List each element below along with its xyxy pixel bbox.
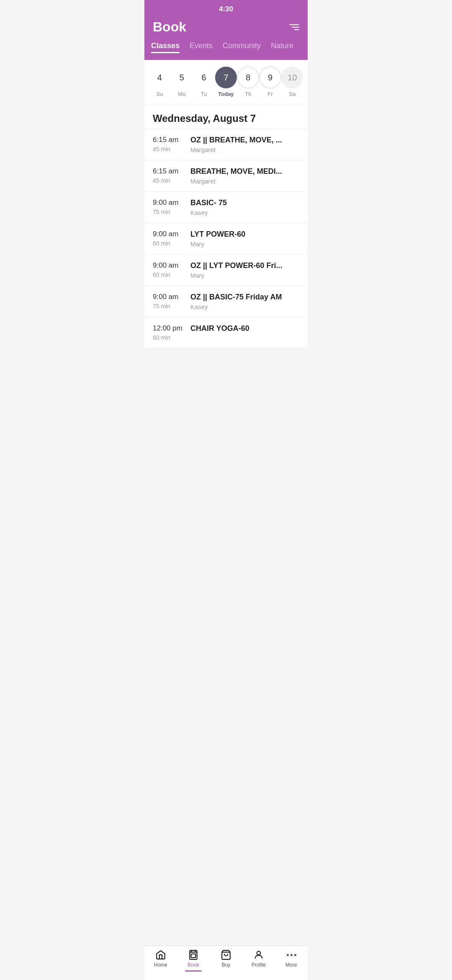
date-label-10: Sa [289,91,296,97]
class-time: 9:00 am 60 min [153,261,190,278]
active-indicator [185,970,202,972]
header: Book [144,16,308,41]
date-label-7: Today [218,91,234,97]
page-title: Book [153,19,186,35]
class-time: 9:00 am 60 min [153,230,190,247]
date-label-6: Tu [201,91,207,97]
nav-home[interactable]: Home [148,949,173,972]
nav-profile[interactable]: Profile [246,949,271,972]
table-row[interactable]: 9:00 am 60 min OZ || LYT POWER-60 Fri...… [144,254,308,286]
nav-book[interactable]: Book [181,949,206,972]
bottom-nav: Home Book Buy Profile More [144,946,308,980]
nav-buy-label: Buy [222,962,231,968]
tab-classes[interactable]: Classes [151,41,180,53]
status-bar: 4:30 [144,0,308,16]
filter-button[interactable] [289,24,299,30]
date-item-8[interactable]: 8 Th [237,67,259,97]
status-time: 4:30 [219,5,233,13]
book-icon [188,949,199,960]
class-info: OZ || BREATHE, MOVE, ... Margaret [190,136,299,153]
content-area: Wednesday, August 7 6:15 am 45 min OZ ||… [144,104,308,381]
buy-icon [221,949,231,960]
table-row[interactable]: 6:15 am 45 min OZ || BREATHE, MOVE, ... … [144,129,308,160]
date-label-4: Su [156,91,163,97]
class-info: BASIC- 75 Kasey [190,199,299,216]
class-info: OZ || LYT POWER-60 Fri... Mary [190,261,299,279]
date-selector: 4 Su 5 Mo 6 Tu 7 Today 8 Th 9 Fr 10 Sa [144,60,308,104]
date-item-4[interactable]: 4 Su [149,67,170,97]
date-label-9: Fr [268,91,273,97]
date-label-8: Th [245,91,251,97]
date-item-5[interactable]: 5 Mo [171,67,193,97]
class-time: 6:15 am 45 min [153,167,190,184]
date-label-5: Mo [178,91,185,97]
date-circle-7: 7 [215,67,237,88]
date-circle-8: 8 [237,67,259,88]
class-time: 12:00 pm 60 min [153,324,190,341]
date-item-9[interactable]: 9 Fr [259,67,281,97]
date-item-10[interactable]: 10 Sa [281,67,303,97]
tab-events[interactable]: Events [190,41,213,53]
table-row[interactable]: 9:00 am 60 min LYT POWER-60 Mary [144,223,308,254]
nav-more[interactable]: More [279,949,304,972]
table-row[interactable]: 6:15 am 45 min BREATHE, MOVE, MEDI... Ma… [144,160,308,191]
nav-profile-label: Profile [252,962,266,968]
nav-home-label: Home [154,962,167,968]
date-circle-9: 9 [259,67,281,88]
date-circle-5: 5 [171,67,193,88]
class-time: 9:00 am 75 min [153,293,190,309]
profile-icon [253,949,264,960]
class-list: 6:15 am 45 min OZ || BREATHE, MOVE, ... … [144,129,308,348]
table-row[interactable]: 12:00 pm 60 min CHAIR YOGA-60 [144,317,308,348]
nav-book-label: Book [187,962,199,968]
class-info: BREATHE, MOVE, MEDI... Margaret [190,167,299,185]
home-icon [155,949,166,960]
class-info: OZ || BASIC-75 Friday AM Kasey [190,293,299,310]
class-time: 6:15 am 45 min [153,136,190,152]
svg-rect-1 [191,954,196,958]
class-time: 9:00 am 75 min [153,199,190,215]
date-circle-6: 6 [193,67,215,88]
table-row[interactable]: 9:00 am 75 min BASIC- 75 Kasey [144,191,308,223]
svg-point-3 [257,951,261,955]
nav-buy[interactable]: Buy [213,949,239,972]
more-icon [287,949,296,960]
table-row[interactable]: 9:00 am 75 min OZ || BASIC-75 Friday AM … [144,286,308,317]
schedule-date-header: Wednesday, August 7 [144,104,308,129]
date-item-7[interactable]: 7 Today [215,67,237,97]
nav-more-label: More [285,962,297,968]
class-info: LYT POWER-60 Mary [190,230,299,248]
nav-tabs: Classes Events Community Nature [144,41,308,60]
class-info: CHAIR YOGA-60 [190,324,299,335]
tab-nature[interactable]: Nature [271,41,293,53]
date-circle-10: 10 [281,67,303,88]
date-item-6[interactable]: 6 Tu [193,67,215,97]
date-circle-4: 4 [149,67,170,88]
tab-community[interactable]: Community [223,41,261,53]
